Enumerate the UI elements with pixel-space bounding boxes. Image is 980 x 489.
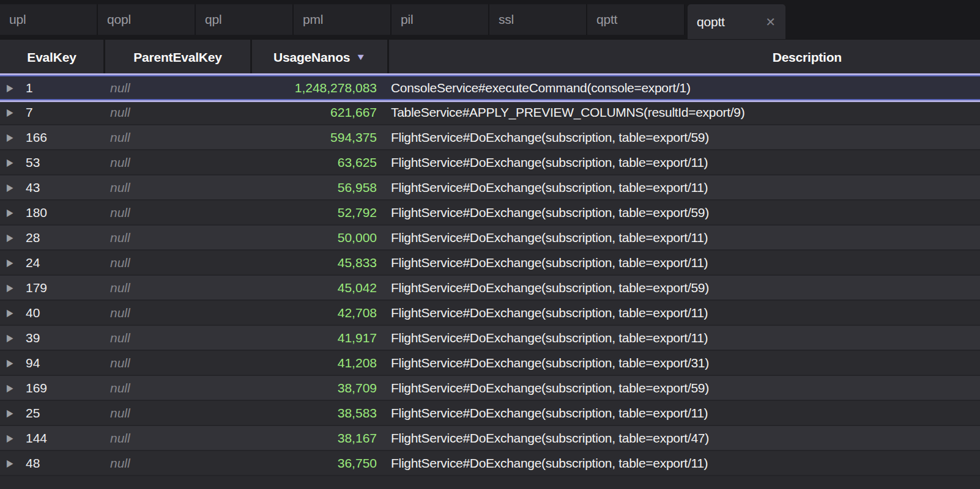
expand-arrow-icon[interactable]: ▶: [7, 183, 13, 193]
cell-description: FlightService#DoExchange(subscription, t…: [389, 256, 980, 270]
cell-parentevalkey: null: [105, 230, 252, 245]
table-row[interactable]: ▶ 39 null 41,917 FlightService#DoExchang…: [0, 326, 980, 351]
column-header-parentevalkey[interactable]: ParentEvalKey: [105, 40, 252, 75]
cell-description: FlightService#DoExchange(subscription, t…: [389, 331, 980, 345]
cell-usagenanos: 38,709: [252, 381, 389, 395]
cell-evalkey: 144: [26, 431, 105, 446]
expander-cell: ▶: [0, 333, 26, 343]
table-bottom-fill: [0, 476, 980, 489]
cell-description: FlightService#DoExchange(subscription, t…: [389, 281, 980, 295]
expand-arrow-icon[interactable]: ▶: [7, 233, 13, 243]
tab-qopl[interactable]: qopl: [98, 4, 196, 35]
cell-evalkey: 53: [26, 155, 105, 170]
expander-cell: ▶: [0, 308, 26, 318]
cell-usagenanos: 42,708: [252, 306, 389, 320]
table-row[interactable]: ▶ 43 null 56,958 FlightService#DoExchang…: [0, 175, 980, 200]
cell-usagenanos: 41,208: [252, 356, 389, 370]
tab-qoptt[interactable]: qoptt ✕: [688, 4, 785, 39]
cell-parentevalkey: null: [105, 155, 252, 170]
expand-arrow-icon[interactable]: ▶: [7, 358, 13, 368]
close-tab-icon[interactable]: ✕: [763, 15, 778, 29]
expander-cell: ▶: [0, 108, 26, 117]
expander-cell: ▶: [0, 208, 26, 218]
cell-usagenanos: 45,833: [252, 256, 389, 270]
expand-arrow-icon[interactable]: ▶: [7, 308, 13, 318]
cell-description: TableService#APPLY_PREVIEW_COLUMNS(resul…: [389, 105, 980, 120]
tab-label: qopl: [107, 12, 131, 27]
table-row[interactable]: ▶ 48 null 36,750 FlightService#DoExchang…: [0, 451, 980, 476]
table-row[interactable]: ▶ 24 null 45,833 FlightService#DoExchang…: [0, 251, 980, 276]
cell-parentevalkey: null: [105, 105, 252, 120]
expand-arrow-icon[interactable]: ▶: [7, 133, 13, 142]
tab-qptt[interactable]: qptt: [587, 4, 685, 35]
column-header-description[interactable]: Description: [389, 40, 980, 75]
expand-arrow-icon[interactable]: ▶: [7, 433, 13, 443]
expander-cell: ▶: [0, 183, 26, 193]
cell-description: FlightService#DoExchange(subscription, t…: [389, 155, 980, 170]
tab-upl[interactable]: upl: [0, 4, 98, 35]
expand-arrow-icon[interactable]: ▶: [7, 258, 13, 268]
table-row[interactable]: ▶ 7 null 621,667 TableService#APPLY_PREV…: [0, 100, 980, 125]
cell-parentevalkey: null: [105, 306, 252, 320]
tab-ssl[interactable]: ssl: [489, 4, 587, 35]
expand-arrow-icon[interactable]: ▶: [7, 458, 13, 468]
table-header: EvalKey ParentEvalKey UsageNanos ▼ Descr…: [0, 40, 980, 75]
expander-cell: ▶: [0, 358, 26, 368]
cell-usagenanos: 594,375: [252, 130, 389, 145]
cell-parentevalkey: null: [105, 130, 252, 145]
tab-pil[interactable]: pil: [392, 4, 489, 35]
table-row[interactable]: ▶ 166 null 594,375 FlightService#DoExcha…: [0, 125, 980, 150]
cell-usagenanos: 63,625: [252, 155, 389, 170]
cell-evalkey: 169: [26, 381, 105, 395]
tab-pml[interactable]: pml: [294, 4, 392, 35]
column-header-usagenanos[interactable]: UsageNanos ▼: [252, 40, 389, 75]
cell-usagenanos: 41,917: [252, 331, 389, 345]
cell-description: FlightService#DoExchange(subscription, t…: [389, 406, 980, 421]
table-row[interactable]: ▶ 40 null 42,708 FlightService#DoExchang…: [0, 301, 980, 326]
cell-description: FlightService#DoExchange(subscription, t…: [389, 306, 980, 320]
expand-arrow-icon[interactable]: ▶: [7, 108, 13, 117]
cell-description: FlightService#DoExchange(subscription, t…: [389, 205, 980, 220]
cell-parentevalkey: null: [105, 456, 252, 471]
cell-parentevalkey: null: [105, 406, 252, 421]
tab-label: qpl: [205, 12, 221, 27]
table-row[interactable]: ▶ 28 null 50,000 FlightService#DoExchang…: [0, 226, 980, 251]
cell-evalkey: 179: [26, 281, 105, 295]
table-row[interactable]: ▶ 169 null 38,709 FlightService#DoExchan…: [0, 376, 980, 401]
tab-label: pml: [303, 12, 323, 27]
table-row[interactable]: ▶ 1 null 1,248,278,083 ConsoleService#ex…: [0, 75, 980, 100]
expander-cell: ▶: [0, 233, 26, 243]
table-row[interactable]: ▶ 180 null 52,792 FlightService#DoExchan…: [0, 200, 980, 226]
expand-arrow-icon[interactable]: ▶: [7, 158, 13, 167]
table-row[interactable]: ▶ 25 null 38,583 FlightService#DoExchang…: [0, 401, 980, 426]
table-row[interactable]: ▶ 94 null 41,208 FlightService#DoExchang…: [0, 351, 980, 376]
expand-arrow-icon[interactable]: ▶: [7, 208, 13, 218]
expander-cell: ▶: [0, 258, 26, 268]
expander-cell: ▶: [0, 408, 26, 418]
table-row[interactable]: ▶ 144 null 38,167 FlightService#DoExchan…: [0, 426, 980, 451]
cell-parentevalkey: null: [105, 81, 252, 95]
cell-parentevalkey: null: [105, 205, 252, 220]
expand-arrow-icon[interactable]: ▶: [7, 383, 13, 393]
column-header-evalkey[interactable]: EvalKey: [0, 40, 105, 75]
cell-evalkey: 166: [26, 130, 105, 145]
cell-parentevalkey: null: [105, 281, 252, 295]
expander-cell: ▶: [0, 83, 26, 93]
cell-parentevalkey: null: [105, 356, 252, 370]
cell-usagenanos: 1,248,278,083: [252, 81, 389, 95]
cell-evalkey: 28: [26, 230, 105, 245]
tab-qpl[interactable]: qpl: [196, 4, 294, 35]
cell-parentevalkey: null: [105, 256, 252, 270]
expand-arrow-icon[interactable]: ▶: [7, 408, 13, 418]
expand-arrow-icon[interactable]: ▶: [7, 333, 13, 343]
cell-evalkey: 40: [26, 306, 105, 320]
cell-description: FlightService#DoExchange(subscription, t…: [389, 456, 980, 471]
table-body: ▶ 1 null 1,248,278,083 ConsoleService#ex…: [0, 75, 980, 476]
table-row[interactable]: ▶ 179 null 45,042 FlightService#DoExchan…: [0, 276, 980, 301]
cell-usagenanos: 621,667: [252, 105, 389, 120]
expand-arrow-icon[interactable]: ▶: [7, 283, 13, 293]
cell-usagenanos: 50,000: [252, 230, 389, 245]
cell-evalkey: 39: [26, 331, 105, 345]
expand-arrow-icon[interactable]: ▶: [7, 83, 13, 93]
table-row[interactable]: ▶ 53 null 63,625 FlightService#DoExchang…: [0, 150, 980, 175]
